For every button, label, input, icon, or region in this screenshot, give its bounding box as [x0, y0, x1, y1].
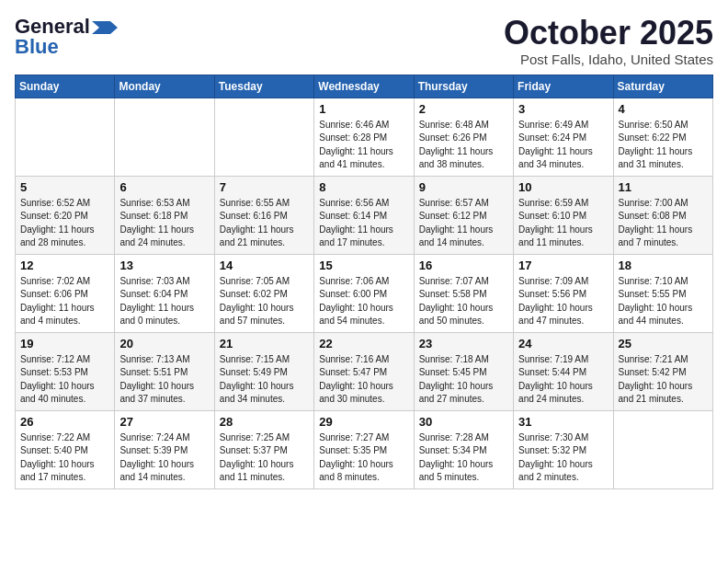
table-row: 2Sunrise: 6:48 AMSunset: 6:26 PMDaylight…: [414, 98, 513, 176]
table-row: 17Sunrise: 7:09 AMSunset: 5:56 PMDayligh…: [514, 254, 613, 332]
day-number: 20: [119, 337, 209, 350]
day-info: Sunrise: 7:05 AMSunset: 6:02 PMDaylight:…: [220, 275, 309, 328]
table-row: 4Sunrise: 6:50 AMSunset: 6:22 PMDaylight…: [613, 98, 712, 176]
day-info: Sunrise: 7:13 AMSunset: 5:51 PMDaylight:…: [119, 353, 209, 407]
table-row: 18Sunrise: 7:10 AMSunset: 5:55 PMDayligh…: [613, 254, 712, 332]
day-number: 1: [319, 102, 408, 116]
day-number: 16: [419, 259, 508, 272]
table-row: 16Sunrise: 7:07 AMSunset: 5:58 PMDayligh…: [414, 254, 513, 332]
day-number: 8: [319, 180, 408, 194]
day-number: 27: [119, 415, 209, 429]
day-number: 2: [419, 102, 508, 116]
table-row: 22Sunrise: 7:16 AMSunset: 5:47 PMDayligh…: [314, 332, 414, 410]
day-number: 15: [319, 259, 408, 272]
table-row: 24Sunrise: 7:19 AMSunset: 5:44 PMDayligh…: [514, 332, 613, 410]
day-info: Sunrise: 7:07 AMSunset: 5:58 PMDaylight:…: [419, 275, 508, 328]
table-row: 10Sunrise: 6:59 AMSunset: 6:10 PMDayligh…: [514, 176, 613, 254]
logo-blue: Blue: [15, 35, 59, 59]
col-friday: Friday: [514, 75, 613, 98]
col-thursday: Thursday: [414, 75, 513, 98]
calendar-table: Sunday Monday Tuesday Wednesday Thursday…: [15, 75, 713, 489]
day-number: 14: [220, 259, 309, 272]
day-info: Sunrise: 6:48 AMSunset: 6:26 PMDaylight:…: [419, 119, 508, 172]
table-row: 30Sunrise: 7:28 AMSunset: 5:34 PMDayligh…: [414, 410, 513, 488]
day-info: Sunrise: 6:49 AMSunset: 6:24 PMDaylight:…: [518, 119, 608, 172]
day-number: 7: [220, 180, 309, 194]
day-number: 30: [419, 415, 508, 429]
calendar-week-row: 26Sunrise: 7:22 AMSunset: 5:40 PMDayligh…: [16, 410, 713, 488]
day-info: Sunrise: 7:10 AMSunset: 5:55 PMDaylight:…: [619, 275, 708, 328]
table-row: 5Sunrise: 6:52 AMSunset: 6:20 PMDaylight…: [16, 176, 115, 254]
day-number: 6: [119, 180, 209, 194]
table-row: 29Sunrise: 7:27 AMSunset: 5:35 PMDayligh…: [314, 410, 414, 488]
table-row: 1Sunrise: 6:46 AMSunset: 6:28 PMDaylight…: [314, 98, 414, 176]
table-row: 12Sunrise: 7:02 AMSunset: 6:06 PMDayligh…: [16, 254, 115, 332]
day-info: Sunrise: 6:46 AMSunset: 6:28 PMDaylight:…: [319, 119, 408, 172]
table-row: [613, 410, 712, 488]
table-row: [115, 98, 214, 176]
page-header: General Blue October 2025 Post Falls, Id…: [15, 15, 713, 67]
table-row: 23Sunrise: 7:18 AMSunset: 5:45 PMDayligh…: [414, 332, 513, 410]
day-info: Sunrise: 7:28 AMSunset: 5:34 PMDaylight:…: [419, 431, 508, 485]
col-wednesday: Wednesday: [314, 75, 414, 98]
table-row: 3Sunrise: 6:49 AMSunset: 6:24 PMDaylight…: [514, 98, 613, 176]
table-row: 19Sunrise: 7:12 AMSunset: 5:53 PMDayligh…: [16, 332, 115, 410]
day-info: Sunrise: 7:03 AMSunset: 6:04 PMDaylight:…: [119, 275, 209, 328]
day-number: 3: [518, 102, 608, 116]
day-number: 24: [518, 337, 608, 350]
day-info: Sunrise: 7:18 AMSunset: 5:45 PMDaylight:…: [419, 353, 508, 407]
day-info: Sunrise: 7:16 AMSunset: 5:47 PMDaylight:…: [319, 353, 408, 407]
day-info: Sunrise: 6:53 AMSunset: 6:18 PMDaylight:…: [119, 197, 209, 250]
table-row: 31Sunrise: 7:30 AMSunset: 5:32 PMDayligh…: [514, 410, 613, 488]
col-saturday: Saturday: [613, 75, 712, 98]
day-info: Sunrise: 7:27 AMSunset: 5:35 PMDaylight:…: [319, 431, 408, 485]
table-row: 14Sunrise: 7:05 AMSunset: 6:02 PMDayligh…: [214, 254, 313, 332]
day-number: 23: [419, 337, 508, 350]
table-row: 21Sunrise: 7:15 AMSunset: 5:49 PMDayligh…: [214, 332, 313, 410]
day-number: 9: [419, 180, 508, 194]
day-info: Sunrise: 7:30 AMSunset: 5:32 PMDaylight:…: [518, 431, 608, 485]
day-info: Sunrise: 7:15 AMSunset: 5:49 PMDaylight:…: [220, 353, 309, 407]
day-info: Sunrise: 7:06 AMSunset: 6:00 PMDaylight:…: [319, 275, 408, 328]
col-monday: Monday: [115, 75, 214, 98]
day-number: 17: [518, 259, 608, 272]
calendar-week-row: 19Sunrise: 7:12 AMSunset: 5:53 PMDayligh…: [16, 332, 713, 410]
table-row: 20Sunrise: 7:13 AMSunset: 5:51 PMDayligh…: [115, 332, 214, 410]
day-info: Sunrise: 7:21 AMSunset: 5:42 PMDaylight:…: [619, 353, 708, 407]
month-title: October 2025: [504, 15, 713, 52]
day-number: 12: [20, 259, 109, 272]
day-number: 22: [319, 337, 408, 350]
day-number: 4: [619, 102, 708, 116]
day-number: 28: [220, 415, 309, 429]
table-row: 8Sunrise: 6:56 AMSunset: 6:14 PMDaylight…: [314, 176, 414, 254]
table-row: 28Sunrise: 7:25 AMSunset: 5:37 PMDayligh…: [214, 410, 313, 488]
table-row: 15Sunrise: 7:06 AMSunset: 6:00 PMDayligh…: [314, 254, 414, 332]
calendar-week-row: 1Sunrise: 6:46 AMSunset: 6:28 PMDaylight…: [16, 98, 713, 176]
day-number: 29: [319, 415, 408, 429]
day-info: Sunrise: 7:19 AMSunset: 5:44 PMDaylight:…: [518, 353, 608, 407]
day-info: Sunrise: 7:00 AMSunset: 6:08 PMDaylight:…: [619, 197, 708, 250]
table-row: [214, 98, 313, 176]
day-info: Sunrise: 6:52 AMSunset: 6:20 PMDaylight:…: [20, 197, 109, 250]
day-info: Sunrise: 7:09 AMSunset: 5:56 PMDaylight:…: [518, 275, 608, 328]
day-number: 13: [119, 259, 209, 272]
day-info: Sunrise: 6:57 AMSunset: 6:12 PMDaylight:…: [419, 197, 508, 250]
calendar-week-row: 12Sunrise: 7:02 AMSunset: 6:06 PMDayligh…: [16, 254, 713, 332]
col-sunday: Sunday: [16, 75, 115, 98]
day-info: Sunrise: 7:02 AMSunset: 6:06 PMDaylight:…: [20, 275, 109, 328]
day-number: 25: [619, 337, 708, 350]
day-info: Sunrise: 6:55 AMSunset: 6:16 PMDaylight:…: [220, 197, 309, 250]
table-row: 6Sunrise: 6:53 AMSunset: 6:18 PMDaylight…: [115, 176, 214, 254]
day-number: 19: [20, 337, 109, 350]
calendar-week-row: 5Sunrise: 6:52 AMSunset: 6:20 PMDaylight…: [16, 176, 713, 254]
table-row: 11Sunrise: 7:00 AMSunset: 6:08 PMDayligh…: [613, 176, 712, 254]
table-row: [16, 98, 115, 176]
day-number: 11: [619, 180, 708, 194]
day-number: 5: [20, 180, 109, 194]
svg-marker-0: [92, 21, 118, 34]
col-tuesday: Tuesday: [214, 75, 313, 98]
day-info: Sunrise: 6:50 AMSunset: 6:22 PMDaylight:…: [619, 119, 708, 172]
day-info: Sunrise: 7:12 AMSunset: 5:53 PMDaylight:…: [20, 353, 109, 407]
day-number: 31: [518, 415, 608, 429]
logo-arrow-icon: [92, 21, 118, 34]
